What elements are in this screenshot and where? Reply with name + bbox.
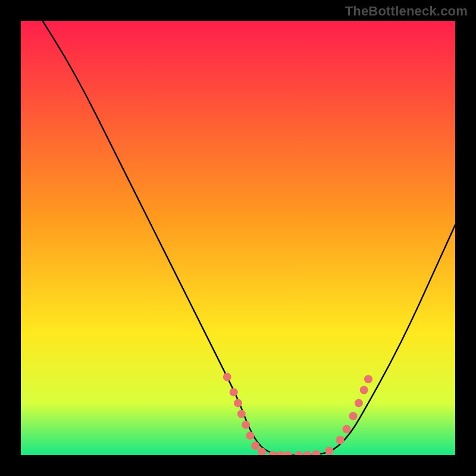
marker-point xyxy=(336,436,345,444)
chart-frame: TheBottleneck.com xyxy=(0,0,476,476)
marker-point xyxy=(364,375,372,383)
marker-point xyxy=(343,425,351,433)
marker-point xyxy=(246,431,254,440)
marker-point xyxy=(234,399,242,407)
marker-point xyxy=(325,447,333,455)
marker-point xyxy=(251,441,259,450)
plot-background xyxy=(21,21,455,455)
marker-point xyxy=(230,388,238,396)
marker-point xyxy=(349,412,357,420)
bottleneck-chart xyxy=(0,0,476,476)
marker-point xyxy=(242,421,250,429)
marker-point xyxy=(237,410,246,418)
marker-point xyxy=(258,447,266,456)
watermark-text: TheBottleneck.com xyxy=(345,4,468,19)
marker-point xyxy=(355,399,363,407)
marker-point xyxy=(223,373,231,381)
marker-point xyxy=(360,386,368,394)
